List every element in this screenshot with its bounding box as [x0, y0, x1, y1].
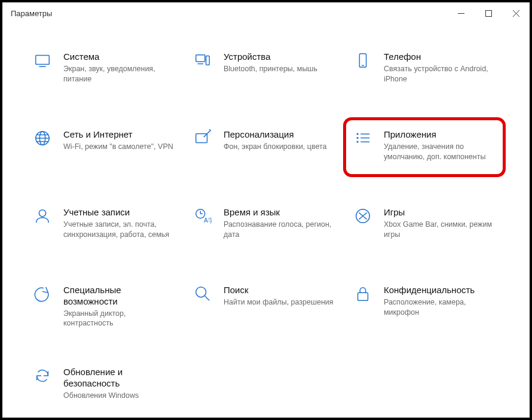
devices-icon — [192, 51, 213, 91]
tile-devices[interactable]: Устройства Bluetooth, принтеры, мышь — [189, 48, 343, 95]
tile-title: Конфиденциальность — [384, 285, 495, 296]
svg-text:A字: A字 — [204, 217, 212, 224]
tile-title: Устройства — [224, 51, 335, 63]
tile-desc: Удаление, значения по умолчанию, доп. ко… — [384, 142, 495, 162]
tile-desc: Wi-Fi, режим "в самолете", VPN — [63, 142, 175, 152]
phone-icon — [353, 51, 373, 91]
svg-rect-6 — [196, 55, 205, 62]
system-icon — [32, 51, 53, 91]
tile-desc: Учетные записи, эл. почта, синхронизация… — [63, 220, 175, 240]
svg-rect-7 — [206, 56, 210, 65]
apps-icon — [353, 129, 373, 169]
tile-update[interactable]: Обновление и безопасность Обновления Win… — [29, 363, 183, 410]
svg-rect-20 — [357, 137, 359, 139]
tile-desc: Экранный диктор, контрастность — [63, 309, 175, 329]
tile-title: Приложения — [384, 129, 495, 141]
tile-title: Поиск — [224, 285, 335, 296]
network-icon — [32, 129, 53, 169]
tile-accessibility[interactable]: Специальные возможности Экранный диктор,… — [29, 281, 183, 332]
minimize-button[interactable] — [447, 2, 475, 24]
time-language-icon: A字 — [192, 207, 213, 246]
tile-desc: Xbox Game Bar, снимки, режим игры — [384, 220, 495, 240]
content-area: Система Экран, звук, уведомления, питани… — [2, 24, 530, 418]
personalization-icon — [192, 129, 213, 169]
tile-search[interactable]: Поиск Найти мои файлы, разрешения — [189, 281, 343, 332]
svg-line-31 — [205, 296, 210, 301]
svg-rect-22 — [357, 141, 359, 143]
svg-rect-18 — [357, 133, 359, 135]
tile-title: Время и язык — [224, 207, 335, 218]
close-button[interactable] — [502, 2, 530, 24]
accessibility-icon — [32, 285, 53, 328]
tile-privacy[interactable]: Конфиденциальность Расположение, камера,… — [349, 281, 503, 332]
tile-desc: Найти мои файлы, разрешения — [224, 297, 335, 308]
svg-line-17 — [204, 134, 207, 138]
svg-rect-32 — [358, 293, 368, 300]
titlebar: Параметры — [2, 2, 530, 24]
privacy-icon — [353, 285, 373, 328]
tile-title: Телефон — [384, 51, 495, 63]
tile-desc: Обновления Windows — [63, 391, 175, 401]
tile-desc: Распознавание голоса, регион, дата — [224, 220, 335, 240]
tile-title: Специальные возможности — [63, 285, 175, 308]
tile-title: Персонализация — [224, 129, 335, 141]
tile-desc: Экран, звук, уведомления, питание — [63, 64, 175, 84]
tile-phone[interactable]: Телефон Связать устройство с Android, iP… — [349, 48, 503, 95]
tile-personalization[interactable]: Персонализация Фон, экран блокировки, цв… — [189, 126, 343, 172]
update-icon — [32, 367, 53, 406]
tile-title: Игры — [384, 207, 495, 218]
window-controls — [447, 2, 530, 24]
tile-time-language[interactable]: A字 Время и язык Распознавание голоса, ре… — [189, 203, 343, 250]
tile-gaming[interactable]: Игры Xbox Game Bar, снимки, режим игры — [349, 203, 503, 250]
tile-desc: Bluetooth, принтеры, мышь — [224, 64, 335, 74]
tile-accounts[interactable]: Учетные записи Учетные записи, эл. почта… — [29, 203, 183, 250]
maximize-button[interactable] — [475, 2, 502, 24]
tile-system[interactable]: Система Экран, звук, уведомления, питани… — [29, 48, 183, 95]
window-title: Параметры — [11, 9, 52, 18]
tile-title: Учетные записи — [63, 207, 175, 218]
tile-desc: Расположение, камера, микрофон — [384, 297, 495, 318]
tile-apps[interactable]: Приложения Удаление, значения по умолчан… — [349, 126, 503, 172]
tile-network[interactable]: Сеть и Интернет Wi-Fi, режим "в самолете… — [29, 126, 183, 172]
settings-window: Параметры Система Экран, звук, уведомлен… — [0, 0, 532, 420]
search-icon — [192, 285, 213, 328]
tile-title: Система — [63, 51, 175, 63]
svg-rect-1 — [485, 10, 491, 16]
tile-title: Сеть и Интернет — [63, 129, 175, 141]
tile-title: Обновление и безопасность — [63, 367, 175, 389]
settings-grid: Система Экран, звук, уведомления, питани… — [29, 48, 503, 410]
tile-desc: Связать устройство с Android, iPhone — [384, 64, 495, 84]
accounts-icon — [32, 207, 53, 246]
tile-desc: Фон, экран блокировки, цвета — [224, 142, 335, 152]
svg-rect-4 — [36, 56, 50, 65]
svg-point-24 — [39, 210, 45, 217]
svg-point-30 — [196, 287, 206, 297]
gaming-icon — [353, 207, 373, 246]
